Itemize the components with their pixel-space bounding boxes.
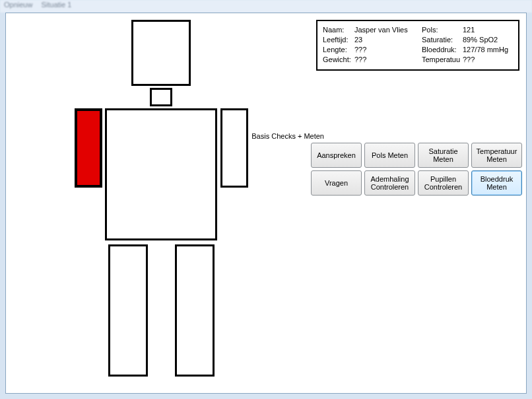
label-pulse: Pols: [422,25,461,34]
btn-temperatuur-meten[interactable]: Temperatuur Meten [471,143,522,168]
menubar[interactable]: Opnieuw Situatie 1 [0,0,532,13]
patient-info-panel: Naam: Jasper van Vlies Pols: 121 Leeftij… [316,20,519,71]
value-pulse: 121 [463,25,513,34]
value-temp: ??? [463,55,513,64]
btn-pupillen-controleren[interactable]: Pupillen Controleren [418,170,469,196]
action-buttons: Aanspreken Pols Meten Saturatie Meten Te… [311,143,519,196]
body-neck[interactable] [150,88,172,106]
value-weight: ??? [354,55,420,64]
label-age: Leeftijd: [323,35,353,44]
main-window: Naam: Jasper van Vlies Pols: 121 Leeftij… [5,13,527,394]
value-bp: 127/78 mmHg [463,45,513,54]
body-leg-left[interactable] [108,244,148,377]
label-weight: Gewicht: [323,55,353,64]
section-title: Basis Checks + Meten [251,132,324,140]
label-saturation: Saturatie: [422,35,461,44]
menu-item-2[interactable]: Situatie 1 [41,1,71,9]
body-leg-right[interactable] [175,244,215,377]
label-temp: Temperatuur: [422,55,460,64]
value-saturation: 89% SpO2 [463,35,513,44]
body-arm-right[interactable] [220,108,248,188]
value-height: ??? [354,45,420,54]
body-figure [46,20,257,390]
btn-bloeddruk-meten[interactable]: Bloeddruk Meten [471,170,522,196]
menu-item-1[interactable]: Opnieuw [4,1,32,9]
btn-saturatie-meten[interactable]: Saturatie Meten [418,143,469,168]
label-bp: Bloeddruk: [422,45,461,54]
value-age: 23 [354,35,420,44]
label-name: Naam: [323,25,353,34]
body-head[interactable] [131,20,191,86]
btn-vragen[interactable]: Vragen [311,170,362,196]
body-torso[interactable] [105,108,217,240]
body-arm-left[interactable] [75,108,102,188]
btn-ademhaling-controleren[interactable]: Ademhaling Controleren [364,170,415,196]
btn-pols-meten[interactable]: Pols Meten [364,143,415,168]
label-height: Lengte: [323,45,353,54]
value-name: Jasper van Vlies [354,25,420,34]
btn-aanspreken[interactable]: Aanspreken [311,143,362,168]
